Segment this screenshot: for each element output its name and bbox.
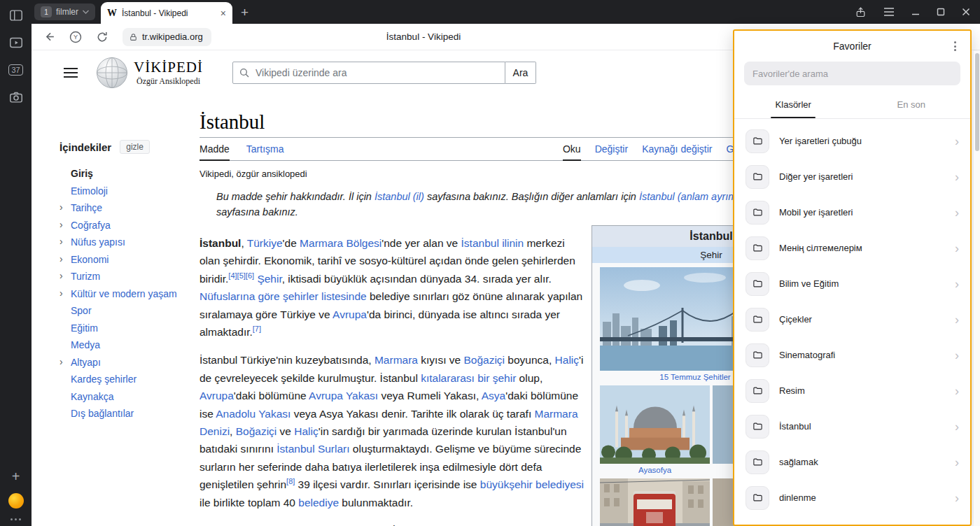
yandex-services-icon[interactable]: Y <box>68 29 83 45</box>
back-icon[interactable] <box>41 29 57 45</box>
toc-item[interactable]: › Eğitim <box>59 320 200 337</box>
scrollbar-thumb[interactable] <box>975 53 979 151</box>
folder-list-item[interactable]: Mobil yer işaretleri › <box>734 194 970 230</box>
chevron-right-icon[interactable]: › <box>955 420 959 433</box>
hamburger-menu-icon[interactable] <box>64 67 78 78</box>
folder-icon <box>746 415 769 439</box>
paragraph-2: İstanbul Türkiye'nin kuzeybatısında, Mar… <box>200 351 586 511</box>
wikipedia-favicon: W <box>107 8 117 19</box>
toc-item[interactable]: › Etimoloji <box>59 183 200 200</box>
share-panel-icon[interactable] <box>855 6 867 18</box>
favorites-search-input[interactable] <box>744 62 960 85</box>
toc-items: › Giriş › Etimoloji › Tarihçe <box>59 165 200 422</box>
article-tab[interactable]: Madde <box>200 143 230 161</box>
screenshot-camera-icon[interactable] <box>8 89 24 106</box>
wiki-search-input[interactable] <box>232 62 505 84</box>
tab-close-icon[interactable]: × <box>220 8 226 18</box>
expand-arrow-icon[interactable]: › <box>59 355 63 369</box>
toc-item[interactable]: › Altyapı <box>59 354 200 371</box>
folder-icon <box>746 129 769 153</box>
maximize-icon[interactable] <box>937 8 945 16</box>
article-action-tab[interactable]: Değiştir <box>595 143 628 161</box>
article-action-tab[interactable]: Kaynağı değiştir <box>642 143 712 161</box>
browser-main-column: 1 filmler W İstanbul - Vikipedi × + <box>31 0 980 526</box>
expand-arrow-icon[interactable]: › <box>59 253 63 266</box>
add-panel-icon[interactable]: + <box>12 469 20 483</box>
wikipedia-wordmark[interactable]: VİKİPEDİ Özgür Ansiklopedi <box>134 59 203 86</box>
toc-item[interactable]: › Dış bağlantılar <box>59 405 200 422</box>
expand-arrow-icon[interactable]: › <box>59 287 63 300</box>
toc-item[interactable]: › Coğrafya <box>59 217 200 234</box>
toc-item[interactable]: › Kültür ve modern yaşam <box>59 285 200 303</box>
kebab-menu-icon[interactable] <box>951 38 959 54</box>
expand-arrow-icon[interactable]: › <box>59 269 63 283</box>
tab-group-filmler[interactable]: 1 filmler <box>34 3 95 20</box>
chevron-right-icon[interactable]: › <box>955 278 959 290</box>
folder-list-item[interactable]: Менің сілтемелерім › <box>734 230 970 266</box>
folder-list-item[interactable]: Diğer yer işaretleri › <box>734 159 970 194</box>
folder-list-item[interactable]: Bilim ve Eğitim › <box>734 266 970 301</box>
paragraph-1: İstanbul, Türkiye'de Marmara Bölgesi'nde… <box>200 234 586 341</box>
wikipedia-globe-logo[interactable] <box>96 57 128 89</box>
folder-icon <box>746 343 769 367</box>
toc-item[interactable]: › Kaynakça <box>59 388 200 406</box>
page-scrollbar[interactable] <box>974 51 980 526</box>
folder-list-item[interactable]: Çiçekler › <box>734 301 970 337</box>
folder-list-item[interactable]: dinlenme › <box>734 480 970 516</box>
yandex-logo-icon[interactable] <box>8 493 24 509</box>
address-bar[interactable]: tr.wikipedia.org <box>122 28 211 46</box>
toc-item[interactable]: › Kardeş şehirler <box>59 371 200 388</box>
folder-list-item[interactable]: İstanbul › <box>734 408 970 444</box>
chevron-right-icon[interactable]: › <box>955 349 959 362</box>
close-window-icon[interactable] <box>962 8 970 16</box>
toc-item[interactable]: › Turizm <box>59 268 200 285</box>
refresh-icon[interactable] <box>94 29 110 45</box>
toc-item[interactable]: › Nüfus yapısı <box>59 234 200 251</box>
tab-istanbul-vikipedi[interactable]: W İstanbul - Vikipedi × <box>101 2 232 24</box>
tram-street-photo[interactable] <box>600 478 710 526</box>
article-action-tab[interactable]: Oku <box>563 143 581 161</box>
folder-icon <box>746 272 769 296</box>
toc-item[interactable]: › Spor <box>59 302 200 320</box>
expand-arrow-icon[interactable]: › <box>59 218 63 232</box>
folder-icon <box>746 236 769 260</box>
favorites-tabs: Klasörler En son <box>734 92 970 119</box>
chevron-right-icon[interactable]: › <box>955 385 959 397</box>
lock-icon <box>129 32 138 42</box>
folder-list-item[interactable]: sağlamak › <box>734 444 970 480</box>
table-of-contents: İçindekiler gizle › Giriş › <box>59 99 200 526</box>
folder-icon <box>746 486 769 510</box>
toc-item[interactable]: › Medya <box>59 336 200 354</box>
chevron-right-icon[interactable]: › <box>955 492 959 504</box>
toc-item[interactable]: › Ekonomi <box>59 251 200 269</box>
menu-icon[interactable] <box>883 7 895 17</box>
chevron-right-icon[interactable]: › <box>955 206 959 219</box>
downloads-counter-badge[interactable]: 37 <box>8 62 24 78</box>
toc-item[interactable]: › Tarihçe <box>59 199 200 217</box>
chevron-right-icon[interactable]: › <box>955 313 959 326</box>
expand-arrow-icon[interactable]: › <box>59 201 63 214</box>
article-tab[interactable]: Tartışma <box>246 143 284 161</box>
minimize-icon[interactable] <box>911 8 920 16</box>
folder-list-item[interactable]: Resim › <box>734 373 970 408</box>
expand-arrow-icon[interactable]: › <box>59 235 63 248</box>
chevron-right-icon[interactable]: › <box>955 456 959 469</box>
photo-caption-ayasofya[interactable]: Ayasofya <box>600 464 710 476</box>
folder-list-item[interactable]: Sinematografi › <box>734 337 970 373</box>
favorites-tab[interactable]: Klasörler <box>734 92 853 118</box>
folder-list-item[interactable]: Yer işaretleri çubuğu › <box>734 123 970 159</box>
toc-hide-button[interactable]: gizle <box>120 140 150 154</box>
hatnote: Bu madde şehir hakkındadır. İl için İsta… <box>216 189 760 220</box>
folder-icon <box>746 379 769 403</box>
sidebar-toggle-icon[interactable] <box>8 7 24 24</box>
ayasofya-photo[interactable] <box>600 385 710 464</box>
new-tab-button[interactable]: + <box>241 6 248 19</box>
more-options-icon[interactable] <box>10 518 21 520</box>
chevron-right-icon[interactable]: › <box>955 135 959 148</box>
wiki-search-button[interactable]: Ara <box>505 62 536 84</box>
favorites-tab[interactable]: En son <box>853 92 971 118</box>
video-icon[interactable] <box>8 34 24 51</box>
chevron-right-icon[interactable]: › <box>955 242 959 255</box>
chevron-right-icon[interactable]: › <box>955 171 959 183</box>
toc-item[interactable]: › Giriş <box>59 165 200 183</box>
